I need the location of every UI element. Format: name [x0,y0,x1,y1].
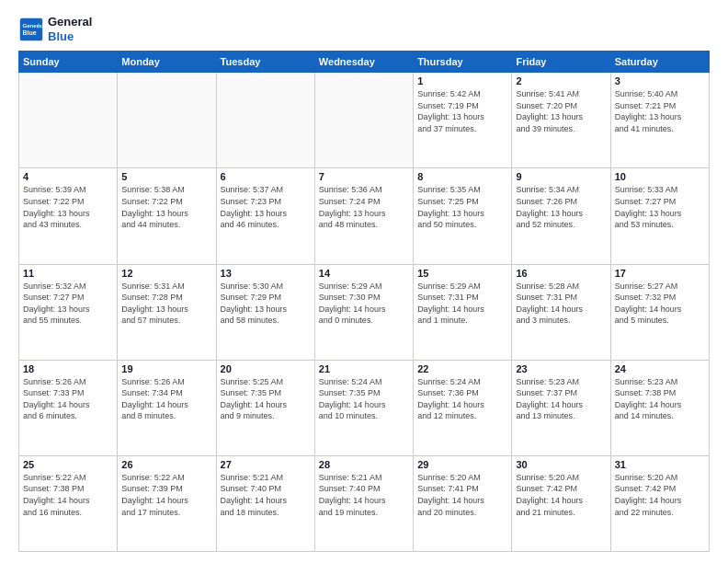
day-info: Sunrise: 5:24 AM Sunset: 7:35 PM Dayligh… [319,376,409,422]
day-number: 26 [121,459,211,470]
day-number: 4 [23,171,113,182]
day-info: Sunrise: 5:25 AM Sunset: 7:35 PM Dayligh… [221,376,311,422]
calendar-cell: 26Sunrise: 5:22 AM Sunset: 7:39 PM Dayli… [118,455,216,551]
weekday-header-monday: Monday [118,52,216,73]
calendar-cell: 10Sunrise: 5:33 AM Sunset: 7:27 PM Dayli… [610,168,709,264]
day-number: 6 [221,171,311,182]
day-info: Sunrise: 5:40 AM Sunset: 7:21 PM Dayligh… [615,88,705,134]
calendar-cell: 6Sunrise: 5:37 AM Sunset: 7:23 PM Daylig… [216,168,314,264]
day-number: 23 [516,363,606,374]
logo-text: General Blue [48,15,92,43]
calendar-week-4: 18Sunrise: 5:26 AM Sunset: 7:33 PM Dayli… [19,360,710,455]
calendar-cell: 3Sunrise: 5:40 AM Sunset: 7:21 PM Daylig… [610,73,709,168]
calendar-week-2: 4Sunrise: 5:39 AM Sunset: 7:22 PM Daylig… [19,168,710,264]
day-number: 30 [516,459,606,470]
calendar-cell: 31Sunrise: 5:20 AM Sunset: 7:42 PM Dayli… [610,455,709,551]
day-info: Sunrise: 5:27 AM Sunset: 7:32 PM Dayligh… [615,281,705,327]
calendar-cell: 18Sunrise: 5:26 AM Sunset: 7:33 PM Dayli… [19,360,118,455]
day-number: 7 [319,171,409,182]
day-info: Sunrise: 5:23 AM Sunset: 7:38 PM Dayligh… [615,376,705,422]
svg-text:Blue: Blue [22,29,36,36]
day-info: Sunrise: 5:33 AM Sunset: 7:27 PM Dayligh… [615,184,705,230]
day-info: Sunrise: 5:29 AM Sunset: 7:31 PM Dayligh… [417,281,507,327]
weekday-header-sunday: Sunday [19,52,118,73]
day-info: Sunrise: 5:32 AM Sunset: 7:27 PM Dayligh… [23,281,113,327]
day-info: Sunrise: 5:26 AM Sunset: 7:33 PM Dayligh… [23,376,113,422]
day-number: 8 [417,171,507,182]
weekday-header-friday: Friday [512,52,610,73]
day-number: 20 [221,363,311,374]
day-info: Sunrise: 5:41 AM Sunset: 7:20 PM Dayligh… [516,88,606,134]
day-number: 21 [319,363,409,374]
day-info: Sunrise: 5:22 AM Sunset: 7:38 PM Dayligh… [23,472,113,518]
day-info: Sunrise: 5:20 AM Sunset: 7:42 PM Dayligh… [615,472,705,518]
day-number: 19 [121,363,211,374]
day-info: Sunrise: 5:42 AM Sunset: 7:19 PM Dayligh… [417,88,507,134]
calendar-cell: 11Sunrise: 5:32 AM Sunset: 7:27 PM Dayli… [19,264,118,360]
calendar-cell: 28Sunrise: 5:21 AM Sunset: 7:40 PM Dayli… [314,455,413,551]
calendar-cell: 7Sunrise: 5:36 AM Sunset: 7:24 PM Daylig… [314,168,413,264]
weekday-header-wednesday: Wednesday [314,52,413,73]
calendar-cell: 22Sunrise: 5:24 AM Sunset: 7:36 PM Dayli… [414,360,512,455]
calendar-week-5: 25Sunrise: 5:22 AM Sunset: 7:38 PM Dayli… [19,455,710,551]
day-number: 9 [516,171,606,182]
day-info: Sunrise: 5:31 AM Sunset: 7:28 PM Dayligh… [121,281,211,327]
calendar-cell: 20Sunrise: 5:25 AM Sunset: 7:35 PM Dayli… [216,360,314,455]
day-number: 1 [417,75,507,86]
calendar-cell: 1Sunrise: 5:42 AM Sunset: 7:19 PM Daylig… [414,73,512,168]
day-number: 11 [23,268,113,279]
day-info: Sunrise: 5:34 AM Sunset: 7:26 PM Dayligh… [516,184,606,230]
calendar-cell: 15Sunrise: 5:29 AM Sunset: 7:31 PM Dayli… [414,264,512,360]
day-number: 13 [221,268,311,279]
day-number: 17 [615,268,705,279]
calendar-cell: 24Sunrise: 5:23 AM Sunset: 7:38 PM Dayli… [610,360,709,455]
weekday-header-saturday: Saturday [610,52,709,73]
day-number: 25 [23,459,113,470]
day-number: 22 [417,363,507,374]
day-info: Sunrise: 5:24 AM Sunset: 7:36 PM Dayligh… [417,376,507,422]
calendar-cell: 29Sunrise: 5:20 AM Sunset: 7:41 PM Dayli… [414,455,512,551]
day-number: 14 [319,268,409,279]
day-number: 29 [417,459,507,470]
day-info: Sunrise: 5:29 AM Sunset: 7:30 PM Dayligh… [319,281,409,327]
weekday-header-thursday: Thursday [414,52,512,73]
day-number: 31 [615,459,705,470]
day-info: Sunrise: 5:37 AM Sunset: 7:23 PM Dayligh… [221,184,311,230]
day-number: 5 [121,171,211,182]
day-info: Sunrise: 5:30 AM Sunset: 7:29 PM Dayligh… [221,281,311,327]
calendar-cell: 16Sunrise: 5:28 AM Sunset: 7:31 PM Dayli… [512,264,610,360]
calendar-cell: 5Sunrise: 5:38 AM Sunset: 7:22 PM Daylig… [118,168,216,264]
day-number: 12 [121,268,211,279]
day-number: 3 [615,75,705,86]
day-number: 27 [221,459,311,470]
calendar-cell: 14Sunrise: 5:29 AM Sunset: 7:30 PM Dayli… [314,264,413,360]
header: General Blue General Blue [18,15,710,43]
calendar-cell: 13Sunrise: 5:30 AM Sunset: 7:29 PM Dayli… [216,264,314,360]
calendar-cell: 21Sunrise: 5:24 AM Sunset: 7:35 PM Dayli… [314,360,413,455]
calendar-cell [118,73,216,168]
day-number: 28 [319,459,409,470]
day-info: Sunrise: 5:21 AM Sunset: 7:40 PM Dayligh… [221,472,311,518]
day-info: Sunrise: 5:26 AM Sunset: 7:34 PM Dayligh… [121,376,211,422]
day-number: 15 [417,268,507,279]
calendar-cell [19,73,118,168]
logo-icon: General Blue [18,17,44,42]
page: General Blue General Blue SundayMondayTu… [0,0,728,563]
calendar-week-3: 11Sunrise: 5:32 AM Sunset: 7:27 PM Dayli… [19,264,710,360]
day-info: Sunrise: 5:23 AM Sunset: 7:37 PM Dayligh… [516,376,606,422]
day-info: Sunrise: 5:35 AM Sunset: 7:25 PM Dayligh… [417,184,507,230]
logo: General Blue General Blue [18,15,92,43]
calendar-cell [314,73,413,168]
day-info: Sunrise: 5:39 AM Sunset: 7:22 PM Dayligh… [23,184,113,230]
calendar-cell: 25Sunrise: 5:22 AM Sunset: 7:38 PM Dayli… [19,455,118,551]
day-info: Sunrise: 5:38 AM Sunset: 7:22 PM Dayligh… [121,184,211,230]
calendar-cell: 4Sunrise: 5:39 AM Sunset: 7:22 PM Daylig… [19,168,118,264]
calendar-week-1: 1Sunrise: 5:42 AM Sunset: 7:19 PM Daylig… [19,73,710,168]
day-info: Sunrise: 5:22 AM Sunset: 7:39 PM Dayligh… [121,472,211,518]
day-number: 24 [615,363,705,374]
calendar-cell: 17Sunrise: 5:27 AM Sunset: 7:32 PM Dayli… [610,264,709,360]
calendar-cell: 8Sunrise: 5:35 AM Sunset: 7:25 PM Daylig… [414,168,512,264]
calendar-table: SundayMondayTuesdayWednesdayThursdayFrid… [18,51,710,552]
weekday-header-row: SundayMondayTuesdayWednesdayThursdayFrid… [19,52,710,73]
calendar-cell: 2Sunrise: 5:41 AM Sunset: 7:20 PM Daylig… [512,73,610,168]
